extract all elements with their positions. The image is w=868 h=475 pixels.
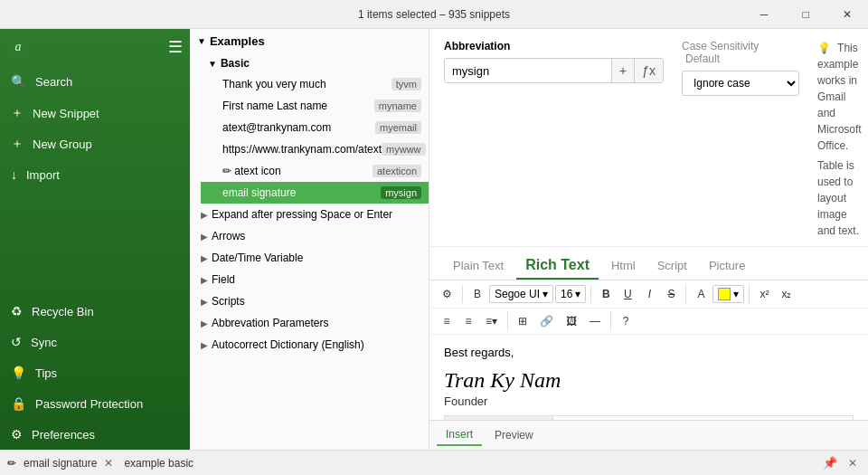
snippet-label-5: email signature [222, 186, 296, 199]
group-field[interactable]: ▶ Field [190, 269, 429, 290]
group-abbrev-params[interactable]: ▶ Abbrevation Parameters [190, 312, 429, 334]
group-arrows[interactable]: ▶ Arrows [190, 225, 429, 247]
abbrev-plus-button[interactable]: + [611, 59, 634, 82]
bottom-tab-insert[interactable]: Insert [437, 424, 482, 446]
toolbar-settings-btn[interactable]: ⚙ [437, 284, 458, 304]
sidebar-item-sync[interactable]: ↺ Sync [0, 327, 190, 357]
tab-picture[interactable]: Picture [700, 254, 754, 279]
toolbar-subscript-btn[interactable]: x₂ [776, 284, 797, 304]
snippet-label-1: First name Last name [222, 100, 327, 112]
toolbar-sep-2 [590, 285, 591, 303]
sidebar-new-group-label: New Group [33, 138, 92, 151]
sidebar-item-new-snippet[interactable]: ＋ New Snippet [0, 98, 190, 128]
tab-plain-text[interactable]: Plain Text [444, 254, 513, 279]
minimize-button[interactable]: ─ [743, 0, 785, 29]
group-expand-label: Expand after pressing Space or Enter [212, 208, 392, 221]
toolbar-indent-btn[interactable]: ≡▾ [480, 311, 503, 331]
snippet-abbrev-1: myname [374, 100, 421, 112]
group-expand-space[interactable]: ▶ Expand after pressing Space or Enter [190, 204, 429, 225]
collapsed-arrow-icon-6: ▶ [201, 340, 208, 350]
snippet-item-1[interactable]: First name Last name myname [201, 95, 429, 117]
group-scripts[interactable]: ▶ Scripts [190, 290, 429, 312]
group-examples[interactable]: ▼ Examples [190, 29, 429, 53]
toolbar-color-dropdown[interactable]: ▾ [712, 285, 744, 303]
sidebar-item-tips[interactable]: 💡 Tips [0, 357, 190, 388]
toolbar-font-btn[interactable]: B [467, 284, 487, 304]
sidebar-spacer [0, 190, 190, 296]
collapsed-arrow-icon-0: ▶ [201, 210, 208, 220]
sidebar-item-import[interactable]: ↓ Import [0, 159, 190, 190]
sidebar-item-preferences[interactable]: ⚙ Preferences [0, 419, 190, 450]
toolbar-italic-btn[interactable]: I [639, 284, 659, 304]
sidebar-password-label: Password Protection [35, 397, 143, 411]
group-datetime[interactable]: ▶ Date/Time Variable [190, 247, 429, 269]
toolbar-hr-btn[interactable]: — [584, 311, 606, 331]
toolbar-size-dropdown[interactable]: 16 ▾ [555, 285, 586, 303]
group-datetime-label: Date/Time Variable [212, 252, 303, 264]
toolbar-superscript-btn[interactable]: x² [754, 284, 774, 304]
toolbar-table-btn[interactable]: ⊞ [513, 311, 533, 331]
toolbar-underline-btn[interactable]: U [618, 284, 637, 304]
bottom-tab-preview[interactable]: Preview [486, 425, 542, 445]
editor-bottom-tabs: Insert Preview [429, 420, 868, 450]
titlebar-controls: ─ □ ✕ [743, 0, 868, 29]
snippet-item-3[interactable]: https://www.trankynam.com/atext mywww [201, 138, 429, 160]
status-pin-icon[interactable]: 📌 [823, 456, 837, 470]
group-autocorrect[interactable]: ▶ Autocorrect Dictionary (English) [190, 334, 429, 356]
snippet-item-5[interactable]: email signature mysign [201, 182, 429, 204]
sidebar-item-new-group[interactable]: ＋ New Group [0, 128, 190, 159]
font-size-label: 16 [561, 288, 572, 300]
snippet-abbrev-4: atexticon [373, 165, 421, 177]
sidebar-sync-label: Sync [31, 336, 57, 349]
sidebar-item-password-protection[interactable]: 🔒 Password Protection [0, 388, 190, 419]
toolbar-bold-btn[interactable]: B [596, 284, 616, 304]
editor-content[interactable]: Best regards, Tran Ky Nam Founder a Tran… [429, 335, 868, 420]
sidebar-item-search[interactable]: 🔍 Search [0, 65, 190, 98]
editor-toolbar-row2: ≡ ≡ ≡▾ ⊞ 🔗 🖼 — ? [429, 309, 868, 335]
snippet-list: ▼ Examples ▼ Basic Thank you very much t… [190, 29, 429, 450]
color-dropdown-arrow: ▾ [733, 288, 739, 300]
tab-rich-text[interactable]: Rich Text [516, 252, 599, 280]
info-sub-text: Table is used to layout image and text. [817, 157, 862, 239]
toolbar-font-dropdown[interactable]: Segoe UI ▾ [489, 285, 553, 303]
toolbar-font-color-btn[interactable]: A [691, 284, 711, 304]
folder-plus-icon: ＋ [11, 136, 24, 152]
toolbar-sep-5 [507, 312, 508, 330]
toolbar-help-btn[interactable]: ? [616, 311, 636, 331]
group-examples-label: Examples [210, 34, 265, 48]
toolbar-ul-btn[interactable]: ≡ [437, 311, 457, 331]
abbrev-fx-button[interactable]: ƒx [634, 59, 663, 82]
hamburger-menu-icon[interactable]: ☰ [168, 37, 183, 57]
group-abbrev-params-label: Abbrevation Parameters [212, 317, 328, 329]
titlebar: 1 items selected – 935 snippets ─ □ ✕ [0, 0, 868, 29]
import-icon: ↓ [11, 167, 17, 182]
status-bar-close[interactable]: ✕ [844, 455, 861, 471]
signature-block: Tran Ky Nam Founder a Tran Ky Nam Softwa… [444, 366, 854, 420]
case-sensitivity-label: Case Sensitivity Default [682, 40, 799, 65]
tab-html[interactable]: Html [602, 254, 645, 279]
case-sensitivity-select[interactable]: Ignore case Match case [682, 71, 799, 96]
sidebar: a ☰ 🔍 Search ＋ New Snippet ＋ New Group ↓… [0, 29, 190, 450]
status-snippet-close[interactable]: ✕ [100, 455, 117, 471]
toolbar-ol-btn[interactable]: ≡ [458, 311, 478, 331]
snippet-item-2[interactable]: atext@trankynam.com myemail [201, 117, 429, 138]
size-dropdown-arrow: ▾ [575, 288, 580, 300]
group-scripts-label: Scripts [212, 295, 245, 308]
snippet-item-4[interactable]: ✏ atext icon atexticon [201, 160, 429, 182]
sidebar-import-label: Import [26, 168, 60, 182]
subgroup-arrow-icon: ▼ [208, 59, 217, 69]
snippet-item-0[interactable]: Thank you very much tyvm [201, 73, 429, 95]
close-button[interactable]: ✕ [826, 0, 868, 29]
gear-icon: ⚙ [11, 427, 23, 442]
toolbar-image-btn[interactable]: 🖼 [561, 311, 582, 331]
toolbar-link-btn[interactable]: 🔗 [534, 311, 559, 331]
tab-script[interactable]: Script [648, 254, 696, 279]
toolbar-strikethrough-btn[interactable]: S [661, 284, 681, 304]
signature-title: Founder [444, 394, 854, 408]
maximize-button[interactable]: □ [785, 0, 826, 29]
subgroup-basic-header[interactable]: ▼ Basic [201, 53, 429, 73]
sidebar-item-recycle-bin[interactable]: ♻ Recycle Bin [0, 296, 190, 327]
toolbar-sep-3 [685, 285, 686, 303]
abbreviation-input[interactable] [445, 60, 611, 82]
snippet-label-4: ✏ atext icon [222, 165, 281, 177]
